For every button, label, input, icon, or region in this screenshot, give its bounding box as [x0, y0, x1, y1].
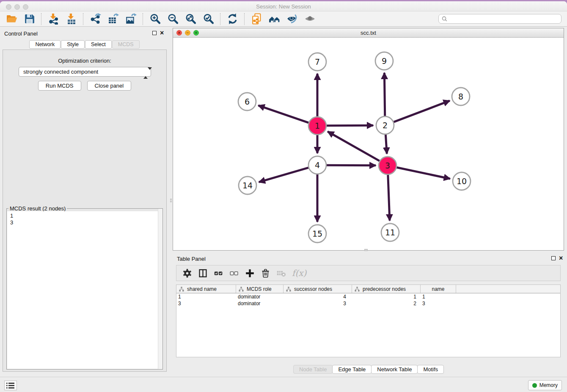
network-graph[interactable]: 7968124314101511: [173, 38, 564, 250]
export-network-button[interactable]: [88, 12, 102, 26]
clone-network-icon: [251, 13, 262, 25]
create-column-button[interactable]: [243, 267, 256, 280]
delete-columns-button[interactable]: [259, 267, 272, 280]
cell-name[interactable]: 3: [421, 300, 456, 307]
cell-successor-nodes[interactable]: 4: [284, 293, 352, 300]
application-window: Session: New Session Control Panel × Net…: [0, 0, 567, 392]
export-image-button[interactable]: [124, 12, 138, 26]
import-table-button[interactable]: [64, 12, 78, 26]
import-table-icon: [66, 13, 77, 25]
criterion-dropdown[interactable]: strongly connected component: [19, 67, 151, 77]
node-label-3: 3: [385, 161, 390, 170]
zoom-selected-icon: [203, 13, 214, 25]
zoom-out-button[interactable]: [165, 12, 180, 26]
search-input[interactable]: [447, 15, 561, 23]
cell-MCDS-role[interactable]: dominator: [236, 293, 284, 300]
import-network-icon: [48, 13, 59, 25]
cell-name[interactable]: 1: [421, 293, 456, 300]
fx-icon: f(x): [290, 268, 308, 278]
cell-shared-name[interactable]: 3: [176, 300, 236, 307]
column-header-successor-nodes[interactable]: successor nodes: [284, 285, 352, 293]
node-label-8: 8: [458, 92, 463, 101]
horizontal-splitter[interactable]: [364, 249, 368, 251]
edge-2-9[interactable]: [384, 73, 385, 116]
apply-layout-button[interactable]: [225, 12, 239, 26]
zoom-in-button[interactable]: [148, 12, 162, 26]
close-panel-button[interactable]: Close panel: [87, 81, 132, 91]
edge-4-14[interactable]: [259, 168, 308, 182]
cell-predecessor-nodes[interactable]: 2: [352, 300, 421, 307]
function-builder-button: f(x): [290, 267, 308, 280]
optimization-criterion-label: Optimization criterion:: [3, 58, 166, 64]
cell-predecessor-nodes[interactable]: 1: [352, 293, 421, 300]
network-view-titlebar: × − + scc.txt: [173, 28, 564, 38]
search-field[interactable]: [438, 14, 561, 24]
column-header-shared-name[interactable]: shared name: [176, 285, 236, 293]
status-bar: Memory: [0, 377, 567, 392]
zoom-selected-button[interactable]: [201, 12, 215, 26]
column-header-name[interactable]: name: [421, 285, 456, 293]
cell-MCDS-role[interactable]: dominator: [236, 300, 284, 307]
edge-3-10[interactable]: [397, 168, 450, 179]
result-line: 1: [10, 213, 162, 219]
table-row[interactable]: 3dominator323: [176, 300, 560, 307]
export-network-icon: [90, 13, 101, 25]
close-panel-icon[interactable]: ×: [160, 30, 164, 36]
tab-network-table[interactable]: Network Table: [371, 365, 418, 374]
result-scrollbar[interactable]: [158, 209, 162, 369]
export-table-button[interactable]: [106, 12, 120, 26]
float-panel-icon[interactable]: [152, 31, 157, 35]
memory-button[interactable]: Memory: [528, 380, 562, 390]
column-header-predecessor-nodes[interactable]: predecessor nodes: [352, 285, 421, 293]
mcds-result-text: 13: [7, 211, 162, 369]
toolbar-separator: [220, 13, 220, 25]
edge-3-1[interactable]: [328, 132, 379, 161]
export-image-icon: [125, 13, 137, 25]
node-label-15: 15: [312, 229, 322, 238]
column-label: predecessor nodes: [363, 286, 406, 292]
table-row[interactable]: 1dominator411: [176, 293, 560, 300]
show-columns-button[interactable]: [196, 267, 209, 280]
new-network-from-selection-button[interactable]: [249, 12, 264, 26]
import-network-button[interactable]: [46, 12, 61, 26]
tab-node-table[interactable]: Node Table: [293, 365, 333, 374]
hide-selected-button[interactable]: [285, 12, 299, 26]
mcds-panel: Optimization criterion: strongly connect…: [3, 50, 167, 372]
table-float-icon[interactable]: [551, 256, 556, 260]
column-header-MCDS-role[interactable]: MCDS role: [236, 285, 284, 293]
edge-3-11[interactable]: [388, 175, 390, 221]
tab-style[interactable]: Style: [61, 40, 85, 49]
edge-1-2[interactable]: [327, 125, 373, 126]
tab-motifs[interactable]: Motifs: [417, 365, 444, 374]
task-history-button[interactable]: [4, 381, 17, 390]
open-session-button[interactable]: [4, 12, 19, 26]
tab-edge-table[interactable]: Edge Table: [332, 365, 372, 374]
select-all-button[interactable]: [212, 267, 225, 280]
node-label-14: 14: [242, 181, 253, 190]
deselect-all-button[interactable]: [228, 267, 241, 280]
network-view-window: × − + scc.txt 7968124314101511: [173, 28, 564, 251]
vertical-splitter[interactable]: [170, 198, 172, 202]
table-mode-button[interactable]: [181, 267, 194, 280]
tab-select[interactable]: Select: [85, 40, 112, 49]
tab-mcds[interactable]: MCDS: [112, 40, 140, 49]
save-session-button[interactable]: [22, 12, 36, 26]
hierarchy-icon: [355, 287, 360, 292]
show-all-button: [303, 12, 317, 26]
first-neighbors-button[interactable]: [267, 12, 281, 26]
list-icon: [6, 382, 15, 389]
memory-label: Memory: [539, 382, 558, 388]
run-mcds-button[interactable]: Run MCDS: [38, 81, 81, 91]
edge-1-6[interactable]: [258, 105, 308, 123]
node-label-7: 7: [315, 57, 320, 66]
table-close-icon[interactable]: ×: [559, 256, 563, 261]
edge-4-3[interactable]: [327, 165, 376, 166]
tab-network[interactable]: Network: [29, 40, 61, 49]
cell-successor-nodes[interactable]: 3: [284, 300, 352, 307]
edge-2-3[interactable]: [385, 135, 387, 154]
edge-2-8[interactable]: [394, 101, 450, 122]
zoom-fit-icon: [185, 13, 196, 25]
network-canvas[interactable]: 7968124314101511: [173, 38, 564, 250]
cell-shared-name[interactable]: 1: [176, 293, 236, 300]
zoom-fit-button[interactable]: [183, 12, 198, 26]
